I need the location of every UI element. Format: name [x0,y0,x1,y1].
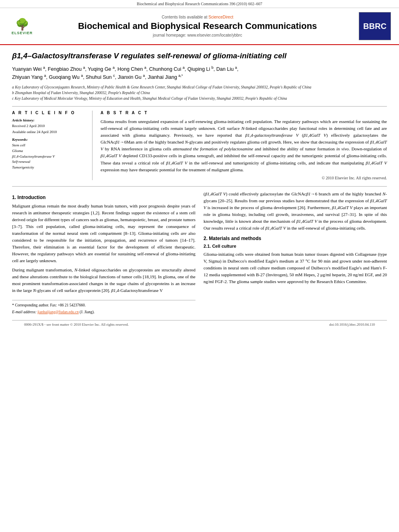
footnote-email: E-mail address: jianhaijiang@fudan.edu.c… [12,310,195,315]
page-wrapper: Biochemical and Biophysical Research Com… [0,0,399,532]
footnote-corresponding: * Corresponding author. Fax: +86 21 5423… [12,303,195,308]
article-title: β1,4–Galactosyltransferase V regulates s… [12,51,387,61]
journal-title: Biochemical and Biophysical Research Com… [40,21,355,31]
history-label: Article history: [12,118,86,122]
abstract-col: A B S T R A C T Glioma results from unre… [101,111,387,180]
materials-title: 2. Materials and methods [204,236,387,241]
copyright: © 2010 Elsevier Inc. All rights reserved… [101,176,387,180]
keyword-1: Stem cell [12,143,86,148]
right-para-1: (β1,4GalT V) could effectively galactosy… [204,191,387,232]
body-right: (β1,4GalT V) could effectively galactosy… [204,191,387,316]
journal-header: 🌳 ELSEVIER Contents lists available at S… [0,8,399,45]
body-left: 1. Introduction Malignant gliomas remain… [12,191,195,316]
article-info-heading: A R T I C L E I N F O [12,111,86,115]
journal-homepage: journal homepage: www.elsevier.com/locat… [40,33,355,37]
doi-info: doi:10.1016/j.bbrc.2010.04.110 [329,322,375,327]
keyword-4: Self-renewal [12,159,86,164]
received-date: Received 2 April 2010 [12,123,86,129]
elsevier-logo: 🌳 ELSEVIER [8,16,36,36]
cell-culture-text: Glioma-initiating cells were obtained fr… [204,251,387,285]
sciencedirect-line: Contents lists available at ScienceDirec… [40,15,355,19]
intro-title: 1. Introduction [12,195,195,200]
abstract-heading: A B S T R A C T [101,111,387,115]
affiliation-a: a Key Laboratory of Glycoconjugates Rese… [12,84,387,90]
affiliations: a Key Laboratory of Glycoconjugates Rese… [12,84,387,102]
email-link[interactable]: jianhaijiang@fudan.edu.cn [37,310,79,314]
intro-para-2: During malignant transformation, N-linke… [12,267,195,294]
keywords-label: Keywords: [12,138,86,142]
body-content: 1. Introduction Malignant gliomas remain… [12,191,387,316]
header-left: 🌳 ELSEVIER [8,16,36,36]
cell-culture-title: 2.1. Cell culture [204,244,387,249]
article-info-abstract: A R T I C L E I N F O Article history: R… [12,111,387,180]
journal-center: Contents lists available at ScienceDirec… [40,15,355,37]
keyword-5: Tumorigenicity [12,165,86,170]
title-beta: β1,4–Galactosyltransferase V regulates s… [12,51,286,60]
tree-icon: 🌳 [15,18,29,31]
intro-para-1: Malignant gliomas remain the most deadly… [12,203,195,264]
divider-1 [12,106,387,107]
footnote-area: * Corresponding author. Fax: +86 21 5423… [12,300,195,315]
issn-info: 0006-291X/$ - see front matter © 2010 El… [24,322,129,327]
keyword-2: Glioma [12,148,86,154]
keyword-3: β1,4-Galactosyltransferase V [12,154,86,159]
top-bar: Biochemical and Biophysical Research Com… [0,0,399,8]
sciencedirect-link[interactable]: ScienceDirect [208,15,233,19]
divider-2 [12,186,387,187]
journal-citation: Biochemical and Biophysical Research Com… [137,2,262,6]
affiliation-b: b Zhongshan Hospital of Fudan University… [12,90,387,96]
bbrc-logo: BBRC [359,12,391,40]
bottom-bar: 0006-291X/$ - see front matter © 2010 El… [12,320,387,329]
available-date: Available online 24 April 2010 [12,129,86,135]
authors-line: Yuanyan Wei a, Fengbiao Zhou a, Yuqing G… [12,65,387,81]
content-area: β1,4–Galactosyltransferase V regulates s… [0,45,399,335]
affiliation-c: c Key Laboratory of Medical Molecular Vi… [12,96,387,101]
abstract-body: Glioma results from unregulated expansio… [101,118,387,173]
elsevier-text: ELSEVIER [12,31,33,35]
article-info-col: A R T I C L E I N F O Article history: R… [12,111,93,180]
